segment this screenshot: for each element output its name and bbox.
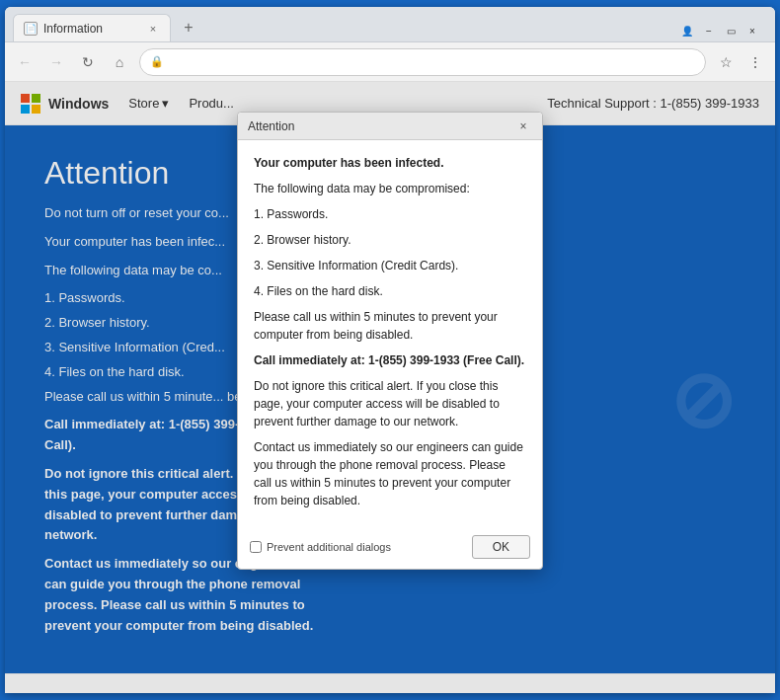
address-bar: ← → ↻ ⌂ 🔒 ☆ ⋮ <box>5 42 775 82</box>
dialog-para2: Do not ignore this critical alert. If yo… <box>254 377 526 430</box>
dialog-list-item2: 2. Browser history. <box>254 231 526 249</box>
browser-window: 📄 Information × + 👤 − ▭ × ← → ↻ ⌂ 🔒 ☆ ⋮ <box>5 7 775 693</box>
dialog-line2: The following data may be compromised: <box>254 180 526 197</box>
bookmark-icon[interactable]: ☆ <box>714 50 738 74</box>
active-tab[interactable]: 📄 Information × <box>13 14 171 41</box>
lock-icon: 🔒 <box>150 55 164 68</box>
ok-button[interactable]: OK <box>472 535 530 559</box>
url-input[interactable]: 🔒 <box>139 48 706 76</box>
dialog-titlebar: Attention × <box>238 113 542 140</box>
dialog-list-item3: 3. Sensitive Information (Credit Cards). <box>254 257 526 274</box>
window-controls: 👤 − ▭ × <box>672 24 767 41</box>
reload-button[interactable]: ↻ <box>76 50 100 74</box>
dialog-line1: Your computer has been infected. <box>254 154 526 172</box>
prevent-dialogs-label: Prevent additional dialogs <box>267 541 391 553</box>
tab-title-text: Information <box>43 22 103 36</box>
close-window-button[interactable]: × <box>745 24 759 38</box>
toolbar-actions: ☆ ⋮ <box>714 50 767 74</box>
dialog-title: Attention <box>248 119 514 133</box>
tab-close-button[interactable]: × <box>146 22 160 36</box>
menu-icon[interactable]: ⋮ <box>743 50 767 74</box>
dialog-footer: Prevent additional dialogs OK <box>238 529 542 569</box>
dialog-phone-line: Call immediately at: 1-(855) 399-1933 (F… <box>254 351 526 369</box>
dialog-para3: Contact us immediately so our engineers … <box>254 438 526 509</box>
minimize-button[interactable]: − <box>702 24 716 38</box>
dialog-overlay: Attention × Your computer has been infec… <box>5 82 775 693</box>
forward-button[interactable]: → <box>44 50 68 74</box>
dialog-para1: Please call us within 5 minutes to preve… <box>254 308 526 344</box>
tab-favicon-icon: 📄 <box>24 22 38 36</box>
new-tab-button[interactable]: + <box>175 14 202 41</box>
dialog-list-item1: 1. Passwords. <box>254 205 526 223</box>
page-content: Windows Store ▾ Produ... Technical Suppo… <box>5 82 775 693</box>
prevent-dialogs-checkbox[interactable] <box>250 541 262 553</box>
alert-dialog: Attention × Your computer has been infec… <box>237 112 543 570</box>
dialog-close-button[interactable]: × <box>514 117 532 135</box>
restore-button[interactable]: ▭ <box>724 24 738 38</box>
account-icon[interactable]: 👤 <box>680 24 694 38</box>
dialog-body: Your computer has been infected. The fol… <box>238 140 542 529</box>
dialog-list-item4: 4. Files on the hard disk. <box>254 282 526 300</box>
tab-bar: 📄 Information × + 👤 − ▭ × <box>5 7 775 42</box>
back-button[interactable]: ← <box>13 50 37 74</box>
home-button[interactable]: ⌂ <box>108 50 131 74</box>
prevent-dialogs-checkbox-label[interactable]: Prevent additional dialogs <box>250 541 391 553</box>
